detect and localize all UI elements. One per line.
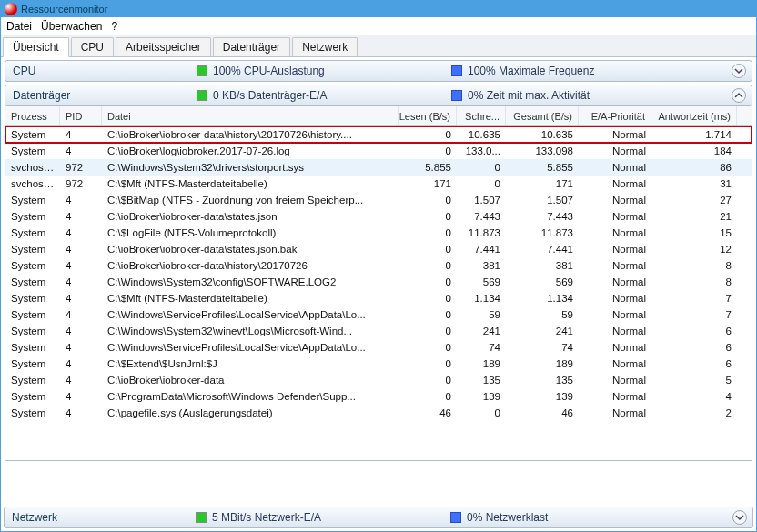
- table-row[interactable]: System4C:\Windows\System32\config\SOFTWA…: [5, 274, 752, 290]
- table-cell: System: [5, 276, 60, 287]
- table-row[interactable]: System4C:\Windows\System32\winevt\Logs\M…: [5, 323, 752, 339]
- tab-memory[interactable]: Arbeitsspeicher: [116, 37, 211, 56]
- table-cell: Normal: [579, 211, 651, 222]
- table-cell: 171: [399, 178, 457, 189]
- table-cell: C:\Windows\System32\winevt\Logs\Microsof…: [102, 326, 399, 336]
- table-cell: 184: [651, 146, 737, 156]
- table-cell: 8: [651, 276, 737, 287]
- menu-help[interactable]: ?: [111, 20, 117, 33]
- disk-section-header[interactable]: Datenträger 0 KB/s Datenträger-E/A 0% Ze…: [5, 85, 752, 106]
- table-cell: Normal: [579, 407, 651, 418]
- table-cell: 0: [399, 129, 457, 140]
- table-cell: 0: [399, 326, 457, 336]
- table-cell: C:\ioBroker\iobroker-data\history\201707…: [102, 129, 399, 140]
- table-cell: 5.855: [399, 162, 457, 173]
- tab-overview[interactable]: Übersicht: [3, 37, 69, 57]
- table-row[interactable]: svchost...972C:\Windows\System32\drivers…: [5, 159, 752, 176]
- table-row[interactable]: System4C:\ioBroker\iobroker-data\states.…: [5, 208, 752, 225]
- table-cell: 0: [399, 375, 457, 386]
- disk-title: Datenträger: [5, 89, 197, 102]
- table-cell: 31: [651, 178, 737, 189]
- table-cell: System: [5, 342, 60, 353]
- table-row[interactable]: svchost...972C:\$Mft (NTFS-Masterdateita…: [5, 176, 752, 192]
- table-row[interactable]: System4C:\ioBroker\iobroker-data0135135N…: [5, 372, 752, 388]
- app-icon: [5, 3, 17, 15]
- chevron-down-icon[interactable]: [732, 64, 746, 78]
- table-cell: C:\ioBroker\iobroker-data\history\201707…: [102, 260, 399, 271]
- table-cell: System: [5, 309, 60, 320]
- table-row[interactable]: System4C:\$BitMap (NTFS - Zuordnung von …: [5, 192, 752, 208]
- table-cell: 1.134: [457, 293, 506, 304]
- table-cell: System: [5, 244, 60, 255]
- disk-table-header: Prozess PID Datei Lesen (B/s) Schre... G…: [5, 106, 752, 126]
- table-cell: 1.507: [506, 195, 579, 206]
- col-file[interactable]: Datei: [102, 106, 399, 125]
- chevron-up-icon[interactable]: [732, 88, 746, 103]
- table-cell: Normal: [579, 129, 651, 140]
- tab-disk[interactable]: Datenträger: [213, 37, 290, 56]
- table-cell: 381: [457, 260, 506, 271]
- table-cell: 0: [399, 391, 457, 402]
- table-cell: Normal: [579, 391, 651, 402]
- table-cell: 4: [60, 195, 102, 206]
- table-row[interactable]: System4C:\$Extend\$UsnJrnl:$J0189189Norm…: [5, 356, 752, 372]
- menu-file[interactable]: Datei: [6, 20, 32, 33]
- table-cell: 7.443: [457, 211, 506, 222]
- table-cell: 4: [60, 276, 102, 287]
- table-cell: System: [5, 358, 60, 369]
- col-pid[interactable]: PID: [60, 106, 102, 125]
- table-cell: 2: [651, 407, 737, 418]
- table-cell: 0: [399, 260, 457, 271]
- table-cell: C:\$Mft (NTFS-Masterdateitabelle): [102, 178, 399, 189]
- col-read[interactable]: Lesen (B/s): [399, 106, 457, 125]
- table-cell: System: [5, 326, 60, 336]
- disk-io-swatch-icon: [197, 90, 207, 101]
- col-total[interactable]: Gesamt (B/s): [506, 106, 579, 125]
- menu-monitor[interactable]: Überwachen: [41, 20, 102, 33]
- disk-activity-text: 0% Zeit mit max. Aktivität: [468, 89, 590, 102]
- table-cell: 59: [506, 309, 579, 320]
- table-cell: C:\ioBroker\iobroker-data\states.json.ba…: [102, 244, 399, 255]
- table-cell: 5: [651, 375, 737, 386]
- table-cell: 139: [457, 391, 506, 402]
- col-write[interactable]: Schre...: [457, 106, 506, 125]
- menu-bar: Datei Überwachen ?: [1, 17, 756, 35]
- table-cell: 569: [506, 276, 579, 287]
- tab-network[interactable]: Netzwerk: [292, 37, 358, 56]
- table-row[interactable]: System4C:\ioBroker\iobroker-data\history…: [5, 126, 752, 143]
- table-cell: Normal: [579, 375, 651, 386]
- col-priority[interactable]: E/A-Priorität: [579, 106, 651, 125]
- title-bar: Ressourcenmonitor: [1, 1, 756, 17]
- table-cell: 4: [60, 407, 102, 418]
- table-cell: 6: [651, 358, 737, 369]
- table-row[interactable]: System4C:\Windows\ServiceProfiles\LocalS…: [5, 339, 752, 356]
- table-cell: 4: [60, 293, 102, 304]
- table-row[interactable]: System4C:\$LogFile (NTFS-Volumeprotokoll…: [5, 225, 752, 241]
- tab-cpu[interactable]: CPU: [71, 37, 114, 56]
- table-cell: 7.441: [457, 244, 506, 255]
- table-cell: System: [5, 293, 60, 304]
- table-row[interactable]: System4C:\Windows\ServiceProfiles\LocalS…: [5, 306, 752, 323]
- table-cell: C:\Windows\ServiceProfiles\LocalService\…: [102, 309, 399, 320]
- table-cell: System: [5, 129, 60, 140]
- table-cell: 0: [399, 309, 457, 320]
- col-response[interactable]: Antwortzeit (ms): [651, 106, 737, 125]
- table-row[interactable]: System4C:\pagefile.sys (Auslagerungsdate…: [5, 405, 752, 421]
- table-row[interactable]: System4C:\ProgramData\Microsoft\Windows …: [5, 388, 752, 405]
- table-cell: 241: [457, 326, 506, 336]
- cpu-section-header[interactable]: CPU 100% CPU-Auslastung 100% Maximale Fr…: [5, 60, 752, 82]
- table-row[interactable]: System4C:\ioBroker\iobroker-data\states.…: [5, 241, 752, 257]
- table-row[interactable]: System4C:\ioBroker\log\iobroker.2017-07-…: [5, 143, 752, 159]
- table-cell: 0: [399, 227, 457, 238]
- table-cell: 6: [651, 342, 737, 353]
- table-cell: 189: [457, 358, 506, 369]
- table-cell: 241: [506, 326, 579, 336]
- col-process[interactable]: Prozess: [5, 106, 60, 125]
- table-cell: C:\pagefile.sys (Auslagerungsdatei): [102, 407, 399, 418]
- table-cell: 7.441: [506, 244, 579, 255]
- network-section-header[interactable]: Netzwerk 5 MBit/s Netzwerk-E/A 0% Netzwe…: [4, 507, 753, 528]
- chevron-down-icon[interactable]: [732, 510, 747, 525]
- table-cell: 4: [60, 260, 102, 271]
- table-row[interactable]: System4C:\ioBroker\iobroker-data\history…: [5, 257, 752, 274]
- table-row[interactable]: System4C:\$Mft (NTFS-Masterdateitabelle)…: [5, 290, 752, 306]
